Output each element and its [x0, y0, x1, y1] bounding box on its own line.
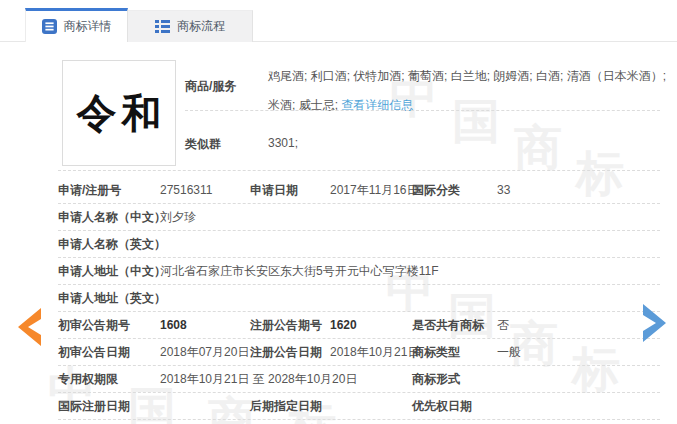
field-label: 初审公告日期	[58, 339, 160, 365]
tab-trademark-process[interactable]: 商标流程	[128, 10, 253, 42]
field-label: 专用权期限	[58, 366, 160, 392]
field-value: 河北省石家庄市长安区东大街5号开元中心写字楼11F	[160, 258, 660, 284]
field-label: 申请日期	[250, 177, 330, 203]
tab-bar: 商标详情 商标流程	[0, 8, 677, 42]
field-label: 注册公告日期	[250, 339, 330, 365]
field-label: 商标类型	[412, 339, 497, 365]
field-value: 2018年10月21日 至 2028年10月20日	[160, 366, 412, 392]
tab-label: 商标流程	[177, 18, 225, 35]
trademark-detail-panel: 令和 商品/服务 鸡尾酒; 利口酒; 伏特加酒; 葡萄酒; 白兰地; 朗姆酒; …	[58, 60, 660, 420]
field-label: 国际注册日期	[58, 393, 160, 419]
field-value: 1608	[160, 312, 250, 338]
field-label: 申请人地址（英文）	[58, 285, 160, 311]
field-value: 33	[497, 177, 660, 203]
field-label: 注册公告期号	[250, 312, 330, 338]
field-value: 2017年11月16日	[330, 177, 412, 203]
goods-services-label: 商品/服务	[185, 78, 236, 95]
similar-group-value: 3301;	[268, 136, 298, 150]
field-value: 27516311	[160, 177, 250, 203]
chevron-left-icon	[14, 307, 44, 347]
field-label: 初审公告期号	[58, 312, 160, 338]
field-value: 2018年10月21日	[330, 339, 412, 365]
field-label: 申请/注册号	[58, 177, 160, 203]
field-label: 优先权日期	[412, 393, 497, 419]
goods-services-value: 鸡尾酒; 利口酒; 伏特加酒; 葡萄酒; 白兰地; 朗姆酒; 白酒; 清酒（日本…	[268, 62, 666, 120]
trademark-image: 令和	[62, 60, 176, 166]
divider	[185, 110, 660, 111]
document-lines-icon	[42, 19, 57, 34]
field-value: 2018年07月20日	[160, 339, 250, 365]
table-row: 初审公告日期 2018年07月20日 注册公告日期 2018年10月21日 商标…	[58, 339, 660, 366]
field-label: 申请人名称（中文）	[58, 204, 160, 230]
field-label: 申请人地址（中文）	[58, 258, 160, 284]
table-row: 国际注册日期 后期指定日期 优先权日期	[58, 393, 660, 420]
field-label: 商标形式	[412, 366, 497, 392]
table-row: 申请人名称（中文） 刘夕珍	[58, 204, 660, 231]
table-row: 专用权期限 2018年10月21日 至 2028年10月20日 商标形式	[58, 366, 660, 393]
field-value: 刘夕珍	[160, 204, 660, 230]
similar-group-label: 类似群	[185, 136, 221, 153]
field-label: 申请人名称（英文）	[58, 231, 160, 257]
field-value: 一般	[497, 339, 660, 365]
field-label: 后期指定日期	[250, 393, 330, 419]
table-row: 申请人地址（英文）	[58, 285, 660, 312]
table-row: 申请人名称（英文）	[58, 231, 660, 258]
table-row: 初审公告期号 1608 注册公告期号 1620 是否共有商标 否	[58, 312, 660, 339]
field-value: 1620	[330, 312, 412, 338]
tab-trademark-details[interactable]: 商标详情	[25, 8, 128, 42]
divider	[58, 170, 660, 171]
next-arrow-button[interactable]	[640, 303, 670, 343]
tab-label: 商标详情	[64, 18, 112, 35]
chevron-right-icon	[640, 303, 670, 343]
trademark-summary-section: 令和 商品/服务 鸡尾酒; 利口酒; 伏特加酒; 葡萄酒; 白兰地; 朗姆酒; …	[58, 60, 660, 177]
goods-services-text: 鸡尾酒; 利口酒; 伏特加酒; 葡萄酒; 白兰地; 朗姆酒; 白酒; 清酒（日本…	[268, 69, 666, 112]
table-row: 申请人地址（中文） 河北省石家庄市长安区东大街5号开元中心写字楼11F	[58, 258, 660, 285]
field-value: 否	[497, 312, 660, 338]
previous-arrow-button[interactable]	[14, 307, 44, 347]
field-label: 国际分类	[412, 177, 497, 203]
field-label: 是否共有商标	[412, 312, 497, 338]
table-row: 申请/注册号 27516311 申请日期 2017年11月16日 国际分类 33	[58, 177, 660, 204]
list-icon	[155, 20, 170, 33]
